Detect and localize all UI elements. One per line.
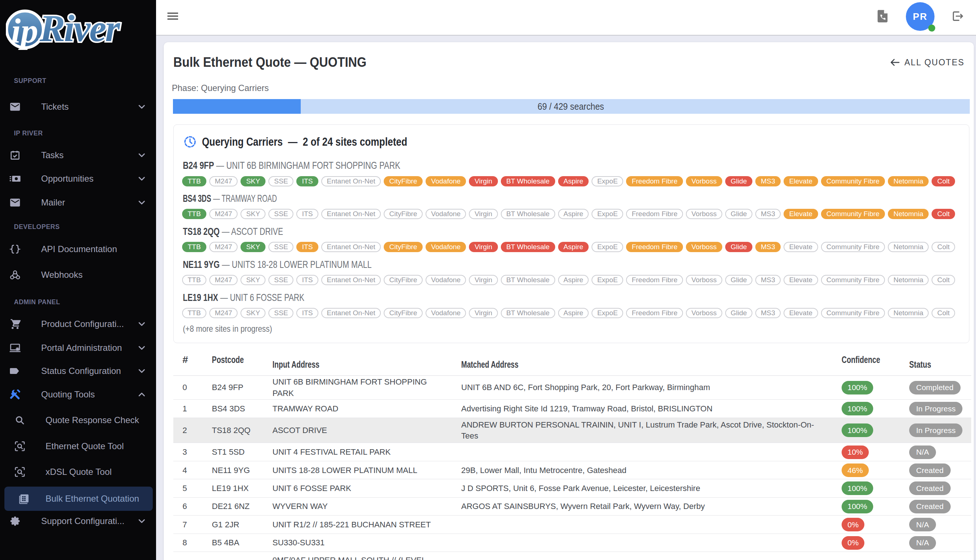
svg-text:ip: ip (11, 12, 38, 50)
svg-text:River: River (39, 7, 121, 49)
